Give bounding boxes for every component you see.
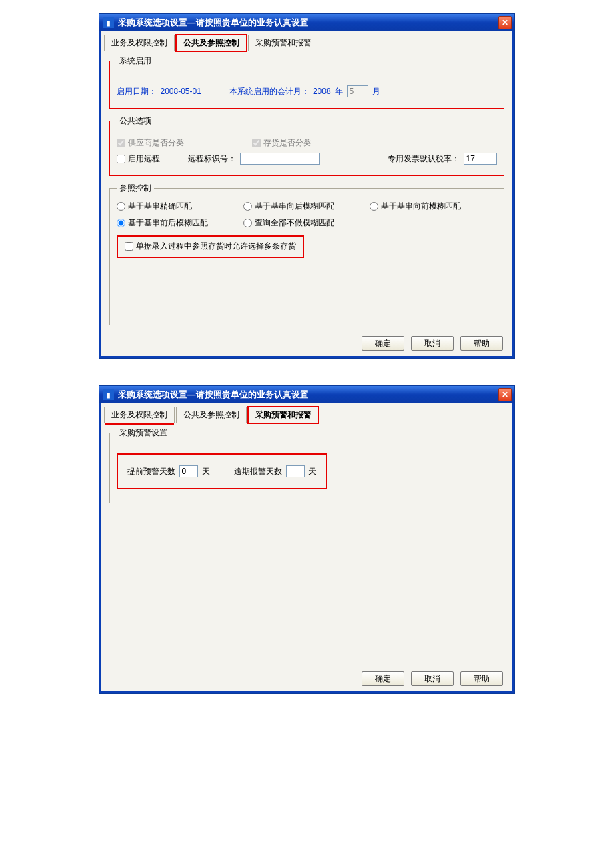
app-icon: ▮ xyxy=(103,389,114,400)
system-enable-legend: 系统启用 xyxy=(117,55,154,67)
stock-classify-checkbox: 存货是否分类 xyxy=(252,137,311,149)
enable-remote-label: 启用远程 xyxy=(128,153,160,165)
purchase-warning-legend: 采购预警设置 xyxy=(117,427,170,439)
close-icon: ✕ xyxy=(502,18,508,27)
tax-rate-input[interactable] xyxy=(464,153,497,165)
warning-highlight: 提前预警天数 天 逾期报警天数 天 xyxy=(117,453,327,489)
overdue-warning-suffix: 天 xyxy=(308,466,316,477)
settings-dialog-tab2: ▮ 采购系统选项设置—请按照贵单位的业务认真设置 ✕ 业务及权限控制 公共及参照… xyxy=(99,13,515,359)
tab-purchase-alarm[interactable]: 采购预警和报警 xyxy=(248,35,318,51)
year-value: 2008 xyxy=(313,87,331,96)
close-icon: ✕ xyxy=(502,390,508,399)
ok-button[interactable]: 确定 xyxy=(362,671,404,686)
titlebar: ▮ 采购系统选项设置—请按照贵单位的业务认真设置 ✕ xyxy=(99,14,514,31)
overdue-warning-input[interactable] xyxy=(286,465,305,477)
multi-stock-input[interactable] xyxy=(125,242,133,251)
reference-control-legend: 参照控制 xyxy=(117,183,154,194)
app-icon: ▮ xyxy=(103,17,114,28)
month-suffix: 月 xyxy=(372,86,380,97)
tab-public-reference[interactable]: 公共及参照控制 xyxy=(176,35,247,51)
start-date-value: 2008-05-01 xyxy=(161,87,201,96)
tabs: 业务及权限控制 公共及参照控制 采购预警和报警 xyxy=(104,34,510,51)
tab-business-auth[interactable]: 业务及权限控制 xyxy=(104,35,175,51)
button-row: 确定 取消 帮助 xyxy=(104,667,510,686)
cancel-button[interactable]: 取消 xyxy=(411,336,454,351)
tax-rate-label: 专用发票默认税率： xyxy=(388,153,460,165)
month-input xyxy=(347,85,368,97)
enable-remote-checkbox[interactable]: 启用远程 xyxy=(117,153,160,165)
titlebar: ▮ 采购系统选项设置—请按照贵单位的业务认真设置 ✕ xyxy=(99,386,514,403)
multi-stock-highlight: 单据录入过程中参照存货时允许选择多条存货 xyxy=(117,235,304,258)
window-title: 采购系统选项设置—请按照贵单位的业务认真设置 xyxy=(118,17,498,29)
public-options-group: 公共选项 供应商是否分类 存货是否分类 启用远程 远程标识号： xyxy=(109,115,504,176)
public-options-legend: 公共选项 xyxy=(117,115,154,127)
system-enable-group: 系统启用 启用日期： 2008-05-01 本系统启用的会计月： 2008 年 … xyxy=(109,55,504,109)
overdue-warning-label: 逾期报警天数 xyxy=(234,466,282,477)
close-button[interactable]: ✕ xyxy=(498,16,512,29)
client-area: 业务及权限控制 公共及参照控制 采购预警和报警 系统启用 启用日期： 2008-… xyxy=(99,31,514,358)
help-button[interactable]: 帮助 xyxy=(460,671,503,686)
pre-warning-suffix: 天 xyxy=(202,466,210,477)
radio-backward-fuzzy[interactable]: 基于基串向后模糊匹配 xyxy=(243,201,370,212)
stock-classify-label: 存货是否分类 xyxy=(263,137,311,149)
button-row: 确定 取消 帮助 xyxy=(104,332,510,351)
settings-dialog-tab3: ▮ 采购系统选项设置—请按照贵单位的业务认真设置 ✕ 业务及权限控制 公共及参照… xyxy=(99,385,515,694)
client-area: 业务及权限控制 公共及参照控制 采购预警和报警 采购预警设置 提前预警天数 天 … xyxy=(99,403,514,693)
radio-exact-match[interactable]: 基于基串精确匹配 xyxy=(117,201,243,212)
radio-forward-fuzzy[interactable]: 基于基串向前模糊匹配 xyxy=(370,201,496,212)
radio-no-fuzzy[interactable]: 查询全部不做模糊匹配 xyxy=(243,217,370,229)
purchase-warning-group: 采购预警设置 提前预警天数 天 逾期报警天数 天 xyxy=(109,427,504,503)
supplier-classify-checkbox: 供应商是否分类 xyxy=(117,137,184,149)
pre-warning-input[interactable] xyxy=(179,465,198,477)
tab-public-reference[interactable]: 公共及参照控制 xyxy=(176,407,247,423)
remote-id-input[interactable] xyxy=(240,153,320,165)
window-title: 采购系统选项设置—请按照贵单位的业务认真设置 xyxy=(118,389,498,401)
tabs: 业务及权限控制 公共及参照控制 采购预警和报警 xyxy=(104,406,510,423)
supplier-classify-label: 供应商是否分类 xyxy=(128,137,184,149)
radio-both-fuzzy[interactable]: 基于基串前后模糊匹配 xyxy=(117,217,243,229)
supplier-classify-input xyxy=(117,139,125,147)
enable-remote-input[interactable] xyxy=(117,155,125,163)
year-suffix: 年 xyxy=(335,86,343,97)
ok-button[interactable]: 确定 xyxy=(362,336,404,351)
cancel-button[interactable]: 取消 xyxy=(411,671,454,686)
stock-classify-input xyxy=(252,139,261,147)
reference-control-group: 参照控制 基于基串精确匹配 基于基串向后模糊匹配 基于基串向前模糊匹配 基于基串… xyxy=(109,183,504,325)
accounting-month-label: 本系统启用的会计月： xyxy=(229,86,309,97)
help-button[interactable]: 帮助 xyxy=(460,336,503,351)
tab-business-auth[interactable]: 业务及权限控制 xyxy=(104,407,175,423)
start-date-label: 启用日期： xyxy=(117,86,157,97)
tab-purchase-alarm[interactable]: 采购预警和报警 xyxy=(248,407,318,423)
remote-id-label: 远程标识号： xyxy=(188,153,236,165)
pre-warning-label: 提前预警天数 xyxy=(127,466,175,477)
multi-stock-checkbox[interactable]: 单据录入过程中参照存货时允许选择多条存货 xyxy=(125,241,296,252)
close-button[interactable]: ✕ xyxy=(498,388,512,401)
multi-stock-label: 单据录入过程中参照存货时允许选择多条存货 xyxy=(136,241,296,252)
